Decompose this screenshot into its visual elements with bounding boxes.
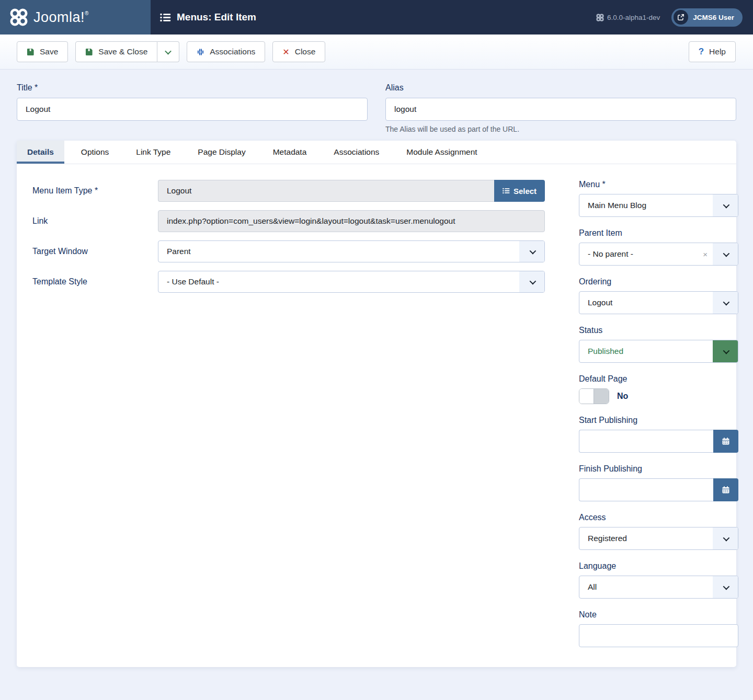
tab-page-display[interactable]: Page Display: [187, 141, 256, 164]
access-group: Access Registered: [579, 513, 738, 550]
note-group: Note: [579, 610, 738, 647]
menu-item-type-label: Menu Item Type *: [32, 186, 158, 196]
tab-associations[interactable]: Associations: [323, 141, 390, 164]
access-select[interactable]: Registered: [579, 527, 738, 550]
help-button[interactable]: ? Help: [689, 41, 736, 62]
target-window-label: Target Window: [32, 247, 158, 256]
finish-publishing-group: Finish Publishing: [579, 464, 738, 501]
access-label: Access: [579, 513, 738, 522]
note-input[interactable]: [579, 624, 738, 647]
link-field: index.php?option=com_users&view=login&la…: [158, 210, 545, 232]
status-value: Published: [579, 340, 713, 362]
language-group: Language All: [579, 561, 738, 599]
note-label: Note: [579, 610, 738, 619]
question-mark-icon: ?: [699, 47, 704, 57]
tab-link-type[interactable]: Link Type: [126, 141, 181, 164]
save-button[interactable]: Save: [17, 41, 68, 62]
menu-item-type-row: Menu Item Type * Logout Select: [32, 180, 562, 202]
parent-item-group: Parent Item - No parent - ×: [579, 228, 738, 266]
parent-item-select[interactable]: - No parent - ×: [579, 243, 738, 266]
list-icon: [503, 188, 510, 194]
tab-bar: Details Options Link Type Page Display M…: [17, 141, 736, 164]
parent-item-label: Parent Item: [579, 228, 738, 238]
chevron-down-icon: [519, 271, 544, 292]
start-publishing-label: Start Publishing: [579, 416, 738, 425]
alias-input[interactable]: [385, 98, 736, 121]
toggle-track: [594, 389, 609, 404]
default-page-toggle[interactable]: [579, 388, 609, 404]
menu-group: Menu * Main Menu Blog: [579, 180, 738, 217]
target-window-row: Target Window Parent: [32, 240, 562, 262]
tab-metadata[interactable]: Metadata: [263, 141, 317, 164]
close-button[interactable]: ✕ Close: [272, 41, 325, 62]
settings-sidebar: Menu * Main Menu Blog Parent Item - No p…: [579, 180, 738, 659]
status-label: Status: [579, 326, 738, 335]
title-group: Title *: [17, 83, 368, 133]
save-options-dropdown-button[interactable]: [157, 41, 179, 62]
ordering-label: Ordering: [579, 277, 738, 286]
tab-module-assignment[interactable]: Module Assignment: [396, 141, 487, 164]
menu-item-type-field: Logout: [158, 180, 494, 202]
toggle-knob: [579, 389, 594, 404]
tab-details[interactable]: Details: [17, 141, 64, 164]
chevron-down-icon: [713, 243, 738, 265]
joomla-logo-icon: [9, 8, 28, 27]
version-info: 6.0.0-alpha1-dev: [596, 14, 660, 21]
brand-wordmark: Joomla!®: [33, 9, 89, 26]
chevron-down-icon: [713, 292, 738, 314]
header-bar: Menus: Edit Item 6.0.0-alpha1-dev: [151, 0, 753, 35]
version-text: 6.0.0-alpha1-dev: [607, 14, 660, 21]
finish-publishing-label: Finish Publishing: [579, 464, 738, 474]
chevron-down-icon: [713, 576, 738, 598]
link-label: Link: [32, 216, 158, 226]
title-label: Title *: [17, 83, 368, 93]
save-icon: [85, 48, 93, 56]
template-style-row: Template Style - Use Default -: [32, 271, 562, 293]
tab-options[interactable]: Options: [71, 141, 119, 164]
menu-label: Menu *: [579, 180, 738, 189]
alias-group: Alias The Alias will be used as part of …: [385, 83, 736, 133]
user-name: JCMS6 User: [693, 14, 734, 21]
action-toolbar: Save Save & Close: [0, 35, 753, 70]
ordering-group: Ordering Logout: [579, 277, 738, 314]
title-input[interactable]: [17, 98, 368, 121]
select-menu-item-type-button[interactable]: Select: [494, 180, 545, 202]
associations-button[interactable]: Associations: [187, 41, 265, 62]
top-bar: Joomla!® Menus: Edit Item: [0, 0, 753, 35]
default-page-group: Default Page No: [579, 374, 738, 404]
save-and-close-button[interactable]: Save & Close: [75, 41, 157, 62]
chevron-down-icon: [519, 241, 544, 262]
template-style-label: Template Style: [32, 277, 158, 286]
page-title: Menus: Edit Item: [177, 12, 256, 23]
chevron-down-icon: [713, 340, 738, 362]
template-style-select[interactable]: - Use Default -: [158, 271, 545, 293]
joomla-version-icon: [596, 14, 604, 21]
ordering-select[interactable]: Logout: [579, 291, 738, 314]
close-icon: ✕: [282, 47, 289, 57]
start-publishing-calendar-button[interactable]: [713, 430, 738, 453]
status-select[interactable]: Published: [579, 340, 738, 363]
save-icon: [27, 48, 35, 56]
language-select[interactable]: All: [579, 576, 738, 599]
finish-publishing-calendar-button[interactable]: [713, 478, 738, 501]
link-row: Link index.php?option=com_users&view=log…: [32, 210, 562, 232]
title-alias-section: Title * Alias The Alias will be used as …: [0, 70, 753, 133]
chevron-down-icon: [713, 194, 738, 216]
details-panel: Menu Item Type * Logout Select: [32, 180, 562, 659]
start-publishing-input[interactable]: [579, 430, 713, 453]
save-close-group: Save & Close: [75, 41, 179, 62]
external-link-icon: [674, 10, 688, 25]
language-label: Language: [579, 561, 738, 571]
menus-list-icon: [160, 13, 171, 22]
edit-item-card: Details Options Link Type Page Display M…: [17, 141, 736, 667]
default-page-label: Default Page: [579, 374, 738, 384]
user-menu-button[interactable]: JCMS6 User: [671, 8, 743, 27]
chevron-down-icon: [165, 48, 172, 54]
compress-arrows-icon: [197, 48, 204, 56]
start-publishing-group: Start Publishing: [579, 416, 738, 453]
status-group: Status Published: [579, 326, 738, 363]
menu-select[interactable]: Main Menu Blog: [579, 194, 738, 217]
target-window-select[interactable]: Parent: [158, 240, 545, 262]
clear-selection-icon[interactable]: ×: [703, 250, 713, 259]
finish-publishing-input[interactable]: [579, 478, 713, 501]
